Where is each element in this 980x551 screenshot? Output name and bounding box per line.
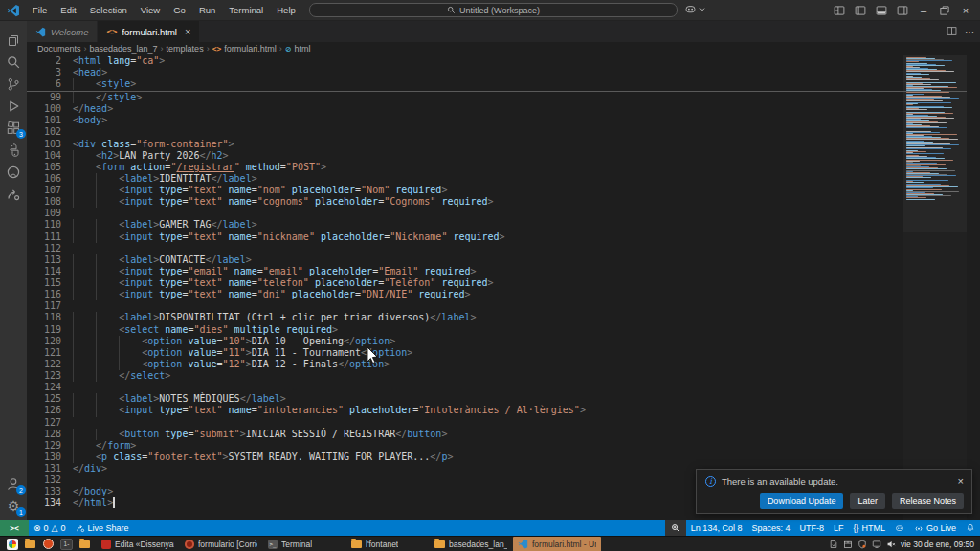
tray-file-status-icon[interactable] <box>829 540 838 549</box>
split-editor-icon[interactable] <box>947 26 957 38</box>
code-line-117[interactable]: 117 <box>27 300 903 312</box>
code-line-126[interactable]: 126<input type="text" name="intolerancie… <box>27 405 903 416</box>
activity-accounts-icon[interactable]: 2 <box>2 473 25 495</box>
activity-settings-icon[interactable]: ⚙1 <box>2 495 25 517</box>
code-line-124[interactable]: 124 <box>27 382 903 393</box>
breadcrumb-templates[interactable]: templates <box>167 44 204 54</box>
code-line-129[interactable]: 129</form> <box>27 440 903 452</box>
breadcrumb-html[interactable]: ⊘html <box>285 44 311 54</box>
activity-source-control-icon[interactable] <box>2 73 25 95</box>
sticky-line-3[interactable]: 3<head> <box>27 67 903 78</box>
menu-go[interactable]: Go <box>167 0 192 21</box>
menu-view[interactable]: View <box>134 0 167 21</box>
toggle-panel-icon[interactable] <box>873 2 890 19</box>
code-line-112[interactable]: 112 <box>27 243 903 254</box>
code-line-102[interactable]: 102 <box>27 126 903 138</box>
sticky-line-6[interactable]: 6<style> <box>27 78 903 90</box>
copilot-status[interactable] <box>890 520 909 536</box>
activity-extensions-icon[interactable]: 3 <box>2 117 25 139</box>
taskbar-window-edita-dissenyar-les-[interactable]: Edita «Dissenyar les ... <box>97 537 179 551</box>
tab-formulari-html[interactable]: <>formulari.html× <box>98 21 200 42</box>
tab-close-icon[interactable]: × <box>185 26 190 37</box>
sticky-scroll[interactable]: 2<html lang="ca">3<head>6<style> <box>27 55 903 90</box>
breadcrumb-basedades-lan-7[interactable]: basedades_lan_7 <box>90 44 158 54</box>
code-line-109[interactable]: 109 <box>27 208 903 219</box>
go-live-status[interactable]: Go Live <box>909 520 961 536</box>
menu-help[interactable]: Help <box>270 0 302 21</box>
code-line-103[interactable]: 103<div class="form-container"> <box>27 139 903 150</box>
tray-volume-muted-icon[interactable] <box>886 540 896 549</box>
restore-icon[interactable] <box>936 2 953 19</box>
code-line-120[interactable]: 120<option value="10">DIA 10 - Opening</… <box>27 336 903 347</box>
code-line-101[interactable]: 101<body> <box>27 115 903 126</box>
menu-selection[interactable]: Selection <box>83 0 134 21</box>
taskbar-window-l-fontanet[interactable]: l'fontanet <box>346 537 429 551</box>
tray-package-box-icon[interactable] <box>843 540 853 549</box>
language-status[interactable]: {} HTML <box>848 520 890 536</box>
taskbar-clock[interactable]: vie 30 de ene, 09:50 <box>901 540 974 549</box>
tray-display-icon[interactable] <box>872 540 881 549</box>
menu-edit[interactable]: Edit <box>54 0 82 21</box>
code-line-115[interactable]: 115<input type="text" name="telefon" pla… <box>27 277 903 289</box>
launcher-browser-icon[interactable] <box>42 538 55 550</box>
code-line-128[interactable]: 128<button type="submit">INICIAR SESSIÓ … <box>27 429 903 440</box>
minimap[interactable] <box>903 55 967 520</box>
code-line-110[interactable]: 110<label>GAMER TAG</label> <box>27 219 903 231</box>
launcher-folder-launcher-icon[interactable] <box>78 538 91 550</box>
live-share-status[interactable]: Live Share <box>71 520 134 536</box>
eol-status[interactable]: LF <box>829 520 849 536</box>
minimize-icon[interactable]: – <box>915 2 932 19</box>
menu-terminal[interactable]: Terminal <box>222 0 270 21</box>
activity-github-icon[interactable] <box>2 161 25 183</box>
problems-status[interactable]: ⊗ 0 △ 0 <box>29 520 71 536</box>
code-line-116[interactable]: 116<input type="text" name="dni" placeho… <box>27 289 903 300</box>
breadcrumb-documents[interactable]: Documents <box>37 44 81 54</box>
cursor-position-status[interactable]: Ln 134, Col 8 <box>686 520 747 536</box>
code-line-111[interactable]: 111<input type="text" name="nickname" pl… <box>27 231 903 243</box>
code-line-100[interactable]: 100</head> <box>27 103 903 115</box>
activity-explorer-icon[interactable] <box>2 29 25 51</box>
code-line-123[interactable]: 123</select> <box>27 370 903 382</box>
code-line-118[interactable]: 118<label>DISPONIBILITAT (Ctrl + clic pe… <box>27 312 903 323</box>
close-window-icon[interactable]: × <box>957 2 974 19</box>
launcher-workspace-switcher-icon[interactable]: 1- <box>60 538 73 550</box>
indentation-status[interactable]: Spaces: 4 <box>746 520 794 536</box>
code-line-105[interactable]: 105<form action="/registrar" method="POS… <box>27 162 903 173</box>
code-line-107[interactable]: 107<input type="text" name="nom" placeho… <box>27 185 903 196</box>
copilot-menu[interactable] <box>684 3 705 15</box>
encoding-status[interactable]: UTF-8 <box>794 520 829 536</box>
tray-shield-icon[interactable] <box>858 540 867 549</box>
more-actions-icon[interactable]: ··· <box>965 27 974 37</box>
notification-close-icon[interactable]: × <box>958 475 964 487</box>
launcher-app-menu-icon[interactable] <box>6 538 18 550</box>
menu-run[interactable]: Run <box>192 0 222 21</box>
toggle-sidebar-icon[interactable] <box>852 2 869 19</box>
code-line-130[interactable]: 130<p class="footer-text">SYSTEM READY. … <box>27 452 903 463</box>
taskbar-window-basedades-lan-7[interactable]: basedades_lan_7 <box>430 537 512 551</box>
activity-run-debug-icon[interactable] <box>2 95 25 117</box>
sticky-line-2[interactable]: 2<html lang="ca"> <box>27 55 903 67</box>
later-button[interactable]: Later <box>850 493 885 509</box>
code-line-99[interactable]: 99</style> <box>27 92 903 103</box>
code-line-122[interactable]: 122<option value="12">DIA 12 - Finals</o… <box>27 359 903 370</box>
activity-search-icon[interactable] <box>2 51 25 73</box>
taskbar-window-formulario-corrien-[interactable]: formulario [Corrien... <box>180 537 262 551</box>
code-line-119[interactable]: 119<select name="dies" multiple required… <box>27 324 903 336</box>
code-line-113[interactable]: 113<label>CONTACTE</label> <box>27 254 903 266</box>
code-line-108[interactable]: 108<input type="text" name="cognoms" pla… <box>27 196 903 208</box>
code-line-104[interactable]: 104<h2>LAN Party 2026</h2> <box>27 150 903 162</box>
code-line-127[interactable]: 127 <box>27 417 903 429</box>
taskbar-window-formulari-html-unt-[interactable]: formulari.html - Unt... <box>513 537 601 551</box>
remote-indicator[interactable]: >< <box>0 520 29 536</box>
customize-layout-icon[interactable] <box>831 2 848 19</box>
code-line-121[interactable]: 121<option value="11">DIA 11 - Tournamen… <box>27 347 903 359</box>
toggle-secondary-sidebar-icon[interactable] <box>894 2 911 19</box>
editor-scrollbar[interactable] <box>967 55 980 520</box>
notifications-bell[interactable] <box>961 520 980 536</box>
tab-welcome[interactable]: Welcome <box>27 21 98 42</box>
activity-python-icon[interactable] <box>2 139 25 161</box>
command-center-search[interactable]: Untitled (Workspace) <box>309 3 678 17</box>
activity-live-share-icon[interactable] <box>2 183 25 205</box>
code-line-114[interactable]: 114<input type="email" name="email" plac… <box>27 266 903 277</box>
code-line-106[interactable]: 106<label>IDENTITAT</label> <box>27 173 903 185</box>
